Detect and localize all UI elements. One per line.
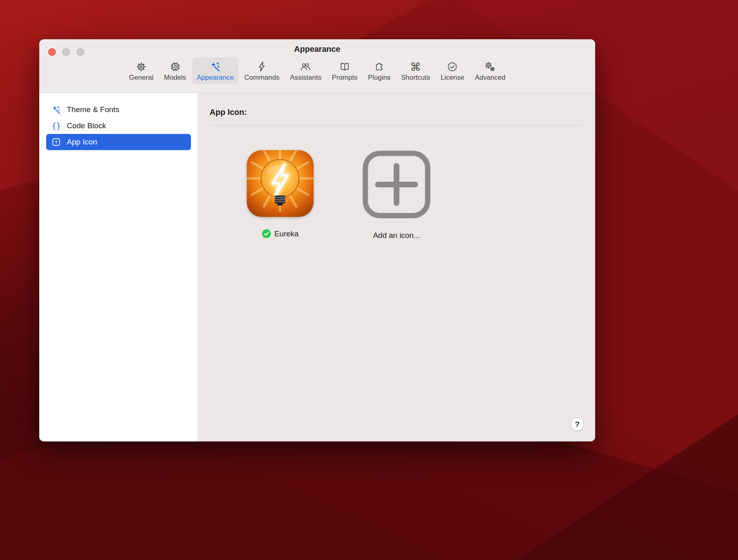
command-icon: ⌘	[410, 61, 421, 73]
traffic-lights	[48, 48, 84, 56]
seal-check-icon	[446, 61, 458, 73]
tab-license[interactable]: License	[436, 57, 469, 84]
app-icon-pane: App Icon:	[198, 93, 595, 441]
sidebar-item-label: App Icon	[67, 138, 97, 146]
tab-label: Prompts	[332, 74, 357, 82]
tab-label: Advanced	[475, 74, 506, 82]
tab-advanced[interactable]: Advanced	[471, 57, 510, 84]
tab-label: Assistants	[290, 74, 321, 82]
sidebar-item-code-block[interactable]: {} Code Block	[46, 118, 191, 134]
app-icon-options: Eureka	[247, 150, 595, 240]
plus-icon	[378, 166, 415, 203]
tab-label: Shortcuts	[401, 74, 430, 82]
question-mark-icon: ?	[575, 420, 580, 429]
eureka-caption: Eureka	[262, 229, 299, 238]
magic-wand-icon	[209, 61, 221, 73]
tab-label: General	[129, 74, 153, 82]
section-title: App Icon:	[210, 108, 584, 117]
window-header: Appearance General	[39, 39, 595, 93]
desktop-wallpaper: Appearance General	[0, 0, 738, 560]
tab-general[interactable]: General	[125, 57, 158, 84]
tab-models[interactable]: Models	[159, 57, 191, 84]
puzzle-icon	[373, 61, 385, 73]
tab-assistants[interactable]: Assistants	[286, 57, 326, 84]
book-icon	[339, 61, 351, 73]
tab-label: Appearance	[197, 74, 234, 82]
braces-icon: {}	[51, 121, 62, 131]
app-icon-option-add: Add an icon...	[362, 150, 431, 240]
eureka-app-icon[interactable]	[247, 150, 314, 217]
tab-appearance[interactable]: Appearance	[192, 57, 238, 84]
lightning-icon	[256, 61, 268, 73]
add-icon-label: Add an icon...	[373, 231, 420, 240]
gear-icon	[135, 61, 147, 73]
tab-commands[interactable]: Commands	[240, 57, 284, 84]
tab-label: Models	[164, 74, 186, 82]
sidebar-item-label: Code Block	[67, 121, 106, 130]
close-button[interactable]	[48, 48, 56, 56]
minimize-button[interactable]	[62, 48, 70, 56]
zoom-button[interactable]	[76, 48, 84, 56]
sparkles-icon	[51, 105, 62, 115]
tab-prompts[interactable]: Prompts	[327, 57, 362, 84]
tab-label: Commands	[244, 74, 280, 82]
appearance-sidebar: Theme & Fonts {} Code Block Ap	[39, 93, 198, 441]
app-icon-option-eureka: Eureka	[247, 150, 314, 238]
people-icon	[299, 61, 312, 73]
sidebar-item-theme-fonts[interactable]: Theme & Fonts	[46, 102, 191, 118]
add-icon-button[interactable]	[362, 150, 431, 219]
tab-plugins[interactable]: Plugins	[363, 57, 395, 84]
section-divider	[210, 125, 584, 126]
tab-label: License	[441, 74, 464, 82]
sidebar-item-label: Theme & Fonts	[67, 105, 119, 114]
window-title: Appearance	[39, 39, 595, 54]
tab-label: Plugins	[368, 74, 390, 82]
help-button[interactable]: ?	[570, 418, 584, 431]
settings-window: Appearance General	[39, 39, 595, 441]
window-body: Theme & Fonts {} Code Block Ap	[39, 93, 595, 441]
eureka-label: Eureka	[274, 229, 299, 238]
sidebar-item-app-icon[interactable]: App Icon	[46, 134, 191, 150]
settings-toolbar: General Models	[39, 57, 595, 84]
chip-icon	[169, 61, 181, 73]
selected-check-icon	[262, 229, 271, 238]
tab-shortcuts[interactable]: ⌘ Shortcuts	[397, 57, 435, 84]
gears-icon	[484, 61, 496, 73]
bolt-square-icon	[51, 137, 62, 147]
